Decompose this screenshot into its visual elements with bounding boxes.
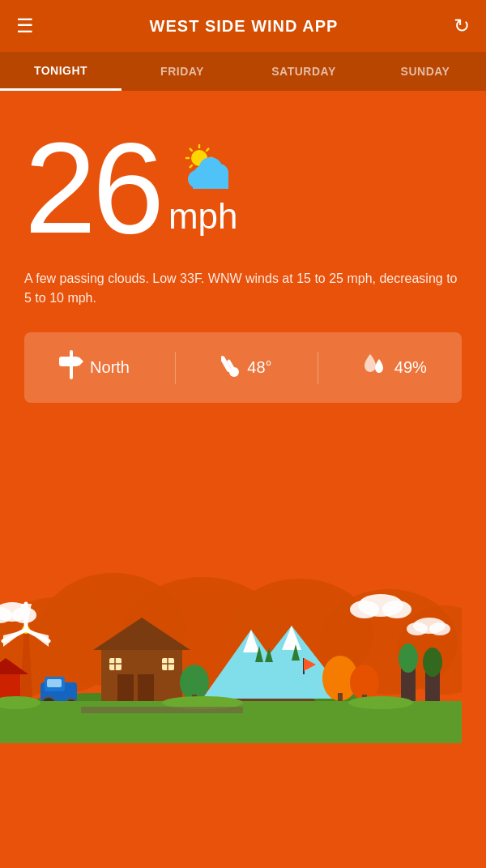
direction-info: North — [59, 350, 130, 385]
svg-line-7 — [207, 149, 208, 151]
svg-point-81 — [429, 622, 450, 635]
svg-rect-50 — [138, 674, 154, 703]
menu-icon[interactable]: ☰ — [16, 15, 34, 37]
tab-friday[interactable]: FRIDAY — [122, 52, 243, 91]
scene-svg — [0, 468, 462, 743]
svg-rect-49 — [117, 674, 134, 703]
tab-sunday[interactable]: SUNDAY — [364, 52, 486, 91]
scene-illustration — [0, 468, 462, 743]
svg-marker-16 — [79, 357, 83, 366]
humidity-icon — [364, 351, 388, 384]
humidity-value: 49% — [394, 358, 427, 377]
svg-line-5 — [190, 149, 192, 151]
svg-rect-40 — [0, 674, 20, 699]
header: ☰ WEST SIDE WIND APP ↻ — [0, 0, 486, 52]
wind-unit: mph — [168, 196, 241, 237]
svg-point-75 — [12, 607, 36, 623]
main-content: 26 — [0, 91, 486, 451]
wind-speed-row: 26 — [24, 123, 462, 253]
temperature-info: 48° — [221, 351, 271, 384]
temperature-value: 48° — [247, 358, 271, 377]
thermometer-icon — [221, 351, 241, 384]
tab-bar: TONIGHT FRIDAY SATURDAY SUNDAY — [0, 52, 486, 91]
svg-rect-89 — [81, 707, 243, 713]
direction-icon — [59, 350, 83, 385]
weather-icon-container — [168, 135, 241, 192]
svg-point-72 — [423, 648, 442, 677]
wind-mph-weather: mph — [168, 135, 241, 237]
weather-description: A few passing clouds. Low 33F. WNW winds… — [24, 269, 462, 308]
svg-point-88 — [348, 696, 413, 709]
wind-speed: 26 — [24, 123, 160, 253]
partly-cloudy-icon — [168, 135, 241, 192]
svg-line-8 — [190, 165, 192, 167]
refresh-icon[interactable]: ↻ — [454, 15, 470, 37]
humidity-info: 49% — [364, 351, 427, 384]
svg-point-78 — [382, 601, 411, 618]
app-title: WEST SIDE WIND APP — [150, 17, 339, 36]
svg-point-80 — [407, 622, 428, 635]
divider-1 — [175, 352, 176, 384]
svg-point-70 — [399, 644, 418, 673]
svg-point-77 — [350, 601, 379, 618]
svg-rect-15 — [59, 357, 79, 366]
svg-rect-46 — [47, 679, 62, 687]
divider-2 — [318, 352, 318, 384]
info-bar: North 48° — [24, 332, 462, 403]
svg-rect-13 — [193, 174, 228, 189]
direction-value: North — [90, 358, 130, 377]
tab-tonight[interactable]: TONIGHT — [0, 52, 122, 91]
tab-saturday[interactable]: SATURDAY — [243, 52, 364, 91]
